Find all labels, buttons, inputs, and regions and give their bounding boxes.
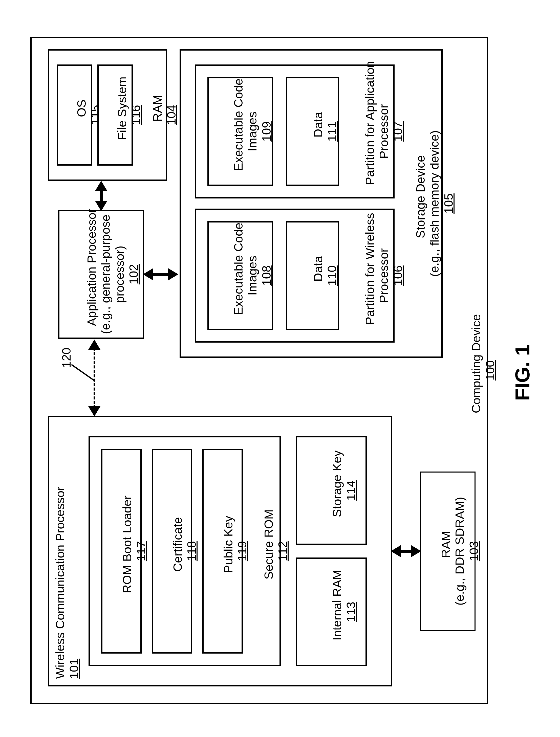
external-ram-label: RAM (e.g., DDR SDRAM)103 — [425, 471, 495, 631]
data-110-label: Data110 — [297, 221, 353, 330]
storage-key-label: Storage Key114 — [316, 436, 372, 545]
wireless-comm-processor-label: Wireless Communication Processor101 — [53, 426, 81, 679]
arrow-ap-storage-head-down — [168, 268, 178, 281]
link-120-label: 120 — [59, 343, 73, 373]
public-key-label: Public Key119 — [207, 449, 263, 654]
application-processor-label: Application Processor (e.g., general-pur… — [71, 210, 155, 339]
exec-108-label: Executable Code Images108 — [218, 221, 287, 330]
link-120-head-left — [88, 406, 100, 416]
data-111-label: Data111 — [297, 77, 353, 186]
arrow-ap-storage — [150, 273, 171, 276]
exec-109-label: Executable Code Images109 — [218, 77, 287, 186]
partition-wireless-label: Partition for Wireless Processor106 — [349, 209, 419, 343]
link-120-head-right — [88, 340, 100, 350]
arrow-wcp-ram-head-down — [411, 545, 421, 557]
partition-app-label: Partition for Application Processor107 — [349, 65, 419, 199]
arrow-wcp-ram-head-up — [391, 545, 401, 557]
arrow-ap-ram104-head-left — [95, 201, 107, 211]
link-120-line — [94, 348, 95, 408]
arrow-ap-ram104-head-right — [95, 181, 107, 191]
file-system-label: File System116 — [101, 65, 157, 166]
internal-ram-label: Internal RAM113 — [316, 557, 372, 666]
diagram-canvas: Computing Device100 Wireless Communicati… — [0, 0, 560, 737]
arrow-ap-storage-head-up — [143, 268, 153, 281]
figure-label: FIG. 1 — [511, 345, 534, 401]
